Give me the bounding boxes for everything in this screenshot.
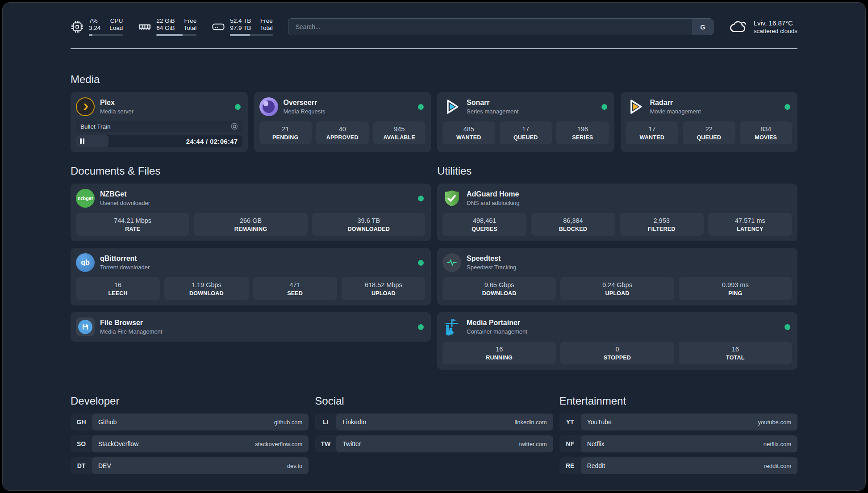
- stat-value: 17: [501, 125, 551, 133]
- session-target-icon[interactable]: [231, 123, 238, 130]
- link-row-github[interactable]: GH Github github.com: [71, 414, 309, 430]
- app-card-radarr[interactable]: Radarr Movie management 17 WANTED 22 QUE…: [621, 92, 798, 152]
- stat-label: REMAINING: [196, 226, 305, 233]
- stat-value: 618.52 Mbps: [343, 281, 424, 289]
- link-row-netflix[interactable]: NF Netflix netflix.com: [559, 435, 797, 452]
- app-description: Speedtest Tracking: [467, 263, 792, 271]
- app-card-sonarr[interactable]: Sonarr Series management 485 WANTED 17 Q…: [437, 92, 614, 152]
- stat-value: 86,384: [533, 217, 613, 225]
- link-row-dev[interactable]: DT DEV dev.to: [71, 457, 309, 474]
- app-description: Media File Management: [100, 328, 413, 335]
- section-title-social: Social: [315, 395, 553, 407]
- app-card-adguard[interactable]: AdGuard Home DNS and adblocking 498,461 …: [437, 184, 797, 241]
- link-tag: DT: [71, 457, 92, 474]
- stat-tile: 1.19 Gbps DOWNLOAD: [164, 277, 248, 300]
- app-card-nzbget[interactable]: nzbget NZBGet Usenet downloader 744.21 M…: [71, 184, 431, 241]
- stat-value: 16: [444, 345, 554, 353]
- app-name: Radarr: [650, 98, 780, 107]
- stat-value: 498,461: [444, 217, 525, 225]
- entertainment-section: Entertainment YT YouTube youtube.com NF …: [559, 395, 797, 474]
- stat-tile: 16 TOTAL: [679, 342, 792, 364]
- link-name: Github: [98, 418, 117, 426]
- stat-label: STOPPED: [562, 354, 672, 361]
- link-row-stackoverflow[interactable]: SO StackOverflow stackoverflow.com: [71, 435, 309, 452]
- app-card-filebrowser[interactable]: File Browser Media File Management: [71, 312, 431, 342]
- link-row-twitter[interactable]: TW Twitter twitter.com: [315, 435, 553, 452]
- stat-label: LEECH: [78, 290, 158, 297]
- app-description: Usenet downloader: [100, 199, 413, 207]
- stat-label: SEED: [255, 290, 335, 297]
- plex-icon: [76, 97, 95, 116]
- disk-free-label: Free: [260, 17, 273, 25]
- status-dot: [235, 104, 241, 110]
- app-card-overseerr[interactable]: Overseerr Media Requests 21 PENDING 40 A…: [254, 92, 431, 152]
- stat-label: UPLOAD: [343, 290, 424, 297]
- qbittorrent-icon: qb: [76, 253, 95, 272]
- stat-value: 196: [558, 125, 607, 133]
- stat-tile: 22 QUEUED: [683, 121, 735, 144]
- stat-tile: 16 RUNNING: [442, 342, 556, 364]
- portainer-icon: [442, 318, 461, 336]
- stat-tile: 744.21 Mbps RATE: [76, 213, 189, 236]
- stat-label: DOWNLOAD: [444, 290, 554, 297]
- link-name: DEV: [98, 462, 111, 469]
- link-tag: NF: [559, 435, 581, 452]
- stat-tile: 471 SEED: [253, 277, 337, 300]
- stat-tile: 618.52 Mbps UPLOAD: [342, 277, 426, 300]
- stat-value: 39.6 TB: [314, 217, 424, 225]
- link-tag: TW: [315, 435, 336, 452]
- stat-label: PENDING: [261, 134, 310, 141]
- link-row-youtube[interactable]: YT YouTube youtube.com: [559, 414, 797, 430]
- stat-label: DOWNLOAD: [166, 290, 246, 297]
- stat-value: 834: [742, 125, 791, 133]
- app-name: Media Portainer: [467, 318, 779, 327]
- social-section: Social LI LinkedIn linkedin.com TW Twitt…: [315, 395, 553, 474]
- status-dot: [418, 196, 424, 201]
- app-card-plex[interactable]: Plex Media server Bullet Train: [71, 92, 248, 152]
- stat-tile: 17 WANTED: [626, 121, 679, 144]
- app-name: qBittorrent: [100, 254, 413, 263]
- weather-widget[interactable]: Lviv, 16.87°C scattered clouds: [729, 19, 797, 35]
- app-description: Movie management: [650, 108, 780, 115]
- link-tag: RE: [559, 457, 581, 474]
- utilities-column: Utilities: [437, 165, 797, 370]
- stat-value: 744.21 Mbps: [78, 217, 188, 225]
- stat-value: 47.571 ms: [710, 217, 790, 225]
- stat-value: 0: [562, 345, 672, 353]
- stat-label: UPLOAD: [562, 290, 672, 297]
- stat-tile: 17 QUEUED: [500, 121, 552, 144]
- status-dot: [785, 104, 790, 110]
- cpu-load-value: 3.24: [89, 25, 100, 32]
- link-row-linkedin[interactable]: LI LinkedIn linkedin.com: [315, 414, 553, 430]
- section-title-entertainment: Entertainment: [559, 395, 797, 407]
- memory-total-label: Total: [184, 25, 197, 32]
- radarr-icon: [626, 97, 645, 116]
- disk-stat: 52.4 TB 97.9 TB Free Total: [212, 17, 273, 36]
- stat-tile: 16 LEECH: [76, 277, 160, 300]
- link-url: youtube.com: [758, 419, 791, 426]
- link-name: LinkedIn: [342, 418, 366, 426]
- app-card-portainer[interactable]: Media Portainer Container management 16 …: [437, 312, 797, 370]
- app-name: Overseerr: [284, 98, 413, 107]
- search-engine-button[interactable]: G: [693, 19, 713, 35]
- app-name: Plex: [100, 98, 230, 107]
- weather-location-temp: Lviv, 16.87°C: [754, 19, 797, 27]
- stat-tile: 9.65 Gbps DOWNLOAD: [442, 277, 556, 300]
- link-url: netflix.com: [764, 441, 791, 447]
- app-name: File Browser: [100, 318, 413, 327]
- app-card-speedtest[interactable]: Speedtest Speedtest Tracking 9.65 Gbps D…: [437, 248, 797, 305]
- app-description: DNS and adblocking: [467, 199, 792, 207]
- search-input[interactable]: [288, 19, 693, 35]
- cpu-label: CPU: [109, 17, 123, 25]
- now-playing-title: Bullet Train: [80, 123, 111, 130]
- developer-section: Developer GH Github github.com SO StackO…: [71, 395, 309, 474]
- link-row-reddit[interactable]: RE Reddit reddit.com: [559, 457, 797, 474]
- status-dot: [418, 104, 424, 110]
- disk-free-value: 52.4 TB: [230, 17, 251, 25]
- stat-tile: 0.993 ms PING: [679, 277, 792, 300]
- disk-progress-bar: [230, 34, 273, 36]
- stat-label: DOWNLOADED: [314, 226, 424, 233]
- playback-progress-bar[interactable]: 24:44 / 02:06:47: [76, 135, 242, 147]
- app-card-qbittorrent[interactable]: qb qBittorrent Torrent downloader 16 LEE…: [71, 248, 431, 305]
- media-grid: Plex Media server Bullet Train: [71, 92, 797, 152]
